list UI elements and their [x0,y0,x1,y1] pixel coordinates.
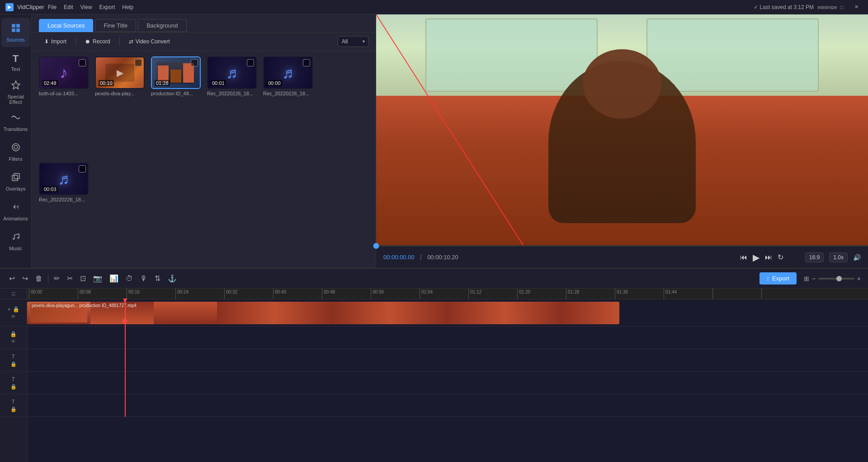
ruler-mark: 00:48 [322,289,371,299]
screenshot-button[interactable]: 📷 [91,272,104,285]
video-convert-button[interactable]: ⇄ Video Convert [123,36,175,47]
sidebar-item-text[interactable]: T Text [1,48,30,77]
play-button[interactable]: ▶ [753,252,760,263]
redo-button[interactable]: ↪ [20,272,30,285]
sidebar: Sources T Text Special Effect Transition… [0,14,32,268]
media-name: pexels-diva-play... [95,91,145,96]
track-row-text-2 [27,372,868,394]
track-text-lock[interactable]: 🔒 [10,361,17,367]
sidebar-item-transitions[interactable]: Transitions [1,107,30,136]
svg-marker-4 [12,81,20,89]
skip-forward-button[interactable]: ⏭ [765,253,772,261]
titlebar: ▶ VidClipper File Edit View Export Help … [0,0,868,14]
track-audio-eye[interactable]: 👁 [11,339,16,344]
menu-view[interactable]: View [80,4,92,10]
import-button[interactable]: ⬇ Import [39,36,72,47]
sidebar-label-music: Music [9,246,22,251]
sidebar-label-transitions: Transitions [4,126,28,132]
menu-export[interactable]: Export [99,4,115,10]
audio-icon: ♬ [226,64,238,82]
media-checkbox[interactable] [135,59,142,66]
timeline-scroll-area[interactable]: 00:00 00:08 00:16 00:24 00:32 00:40 00:4… [27,289,868,462]
track-audio-lock[interactable]: 🔒 [10,331,17,337]
export-icon: ↑ [767,275,770,282]
media-checkbox[interactable] [303,59,310,66]
ruler-mark: 00:56 [371,289,420,299]
music-icon [11,232,21,244]
aspect-ratio-badge[interactable]: 16:9 [805,252,824,262]
list-item[interactable]: ▶ 00:10 pexels-diva-play... [95,56,145,156]
mic-button[interactable]: 🎙 [138,273,149,285]
tab-fine-title[interactable]: Fine Title [95,19,136,32]
minimize-button[interactable]: minimize [821,2,834,12]
filter-select[interactable]: All Video Audio Image [338,36,368,47]
skip-back-button[interactable]: ⏮ [740,253,747,261]
crop-button[interactable]: ⊡ [78,272,88,285]
zoom-out-button[interactable]: − [812,275,816,282]
list-item[interactable]: ♬ 00:01 Rec_20220226_18... [207,56,257,156]
tab-background[interactable]: Background [138,19,186,32]
timeline-clip[interactable]: pexels-diva-playagun... production ID_48… [27,302,619,324]
timeline-ruler: 00:00 00:08 00:16 00:24 00:32 00:40 00:4… [27,289,868,299]
timer-button[interactable]: ⏱ [124,273,135,285]
sidebar-item-animations[interactable]: Animations [1,197,30,226]
media-checkbox[interactable] [247,59,254,66]
menu-edit[interactable]: Edit [64,4,73,10]
cut-button[interactable]: ✂ [65,272,75,285]
ruler-inner: 00:00 00:08 00:16 00:24 00:32 00:40 00:4… [29,289,843,299]
clip-label: pexels-diva-playagun... production ID_48… [32,303,137,308]
speed-button[interactable]: 📊 [108,272,120,285]
sidebar-item-sources[interactable]: Sources [1,18,30,47]
track-text2-lock[interactable]: 🔒 [10,384,17,390]
ruler-mark: 00:08 [78,289,127,299]
zoom-in-button[interactable]: + [857,275,861,282]
menu-file[interactable]: File [48,4,57,10]
media-checkbox[interactable] [79,59,86,66]
track-text3-lock[interactable]: 🔒 [10,406,17,412]
ruler-mark: 00:16 [127,289,175,299]
record-button[interactable]: ⏺ Record [80,36,116,47]
close-button[interactable]: ✕ [850,2,863,12]
undo-button[interactable]: ↩ [7,272,17,285]
track-lock-icon[interactable]: 🔒 [13,306,19,313]
export-button[interactable]: ↑ Export [760,272,797,285]
main-container: Sources T Text Special Effect Transition… [0,14,868,268]
svg-point-9 [13,238,14,240]
sidebar-item-special-effect[interactable]: Special Effect [1,78,30,107]
track-eye-icon[interactable]: 👁 [11,314,16,319]
list-item[interactable]: ♬ 00:00 Rec_20220226_18... [263,56,313,156]
timeline-toolbar: ↩ ↪ 🗑 ✏ ✂ ⊡ 📷 📊 ⏱ 🎙 ⇅ ⚓ ↑ Export ⊞ − + [0,269,868,289]
sidebar-item-filters[interactable]: Filters [1,137,30,166]
ruler-mark: 01:20 [517,289,566,299]
media-checkbox[interactable] [79,165,86,173]
track-add-icon[interactable]: + [7,306,10,313]
edit-button[interactable]: ✏ [52,272,61,285]
zoom-slider[interactable] [818,278,854,280]
timeline-settings-icon[interactable]: ☰ [11,291,16,297]
sidebar-item-music[interactable]: Music [1,227,30,256]
app-name: VidClipper [17,4,44,10]
audio-icon: ♬ [282,64,294,82]
volume-icon[interactable]: 🔊 [853,254,861,261]
list-item[interactable]: ♬ 00:03 Rec_20220226_18... [39,163,89,262]
tab-local-sources[interactable]: Local Sources [39,19,93,32]
media-thumbnail-selected: 01:28 [151,56,201,89]
svg-rect-3 [16,28,20,32]
import-icon: ⬇ [44,38,49,45]
zoom-fit-icon[interactable]: ⊞ [804,275,809,282]
anchor-button[interactable]: ⚓ [166,272,179,285]
loop-button[interactable]: ↻ [778,253,783,261]
list-item[interactable]: ♪ 02:48 both-of-us-1403... [39,56,89,156]
menu-help[interactable]: Help [122,4,133,10]
sidebar-item-overlays[interactable]: Overlays [1,167,30,196]
maximize-button[interactable]: □ [835,2,848,12]
list-item[interactable]: 01:28 production ID_48... [151,56,201,156]
speed-badge[interactable]: 1.0x [829,252,848,262]
timeline-with-controls: ☰ + 🔒 👁 🔒 👁 T [0,289,868,462]
media-checkbox[interactable] [191,59,198,66]
delete-button[interactable]: 🗑 [33,273,44,285]
media-name: Rec_20220226_18... [207,91,257,96]
track-text2-icon: T [12,376,15,383]
track-row-text-3 [27,394,868,417]
adjust-button[interactable]: ⇅ [153,272,162,285]
